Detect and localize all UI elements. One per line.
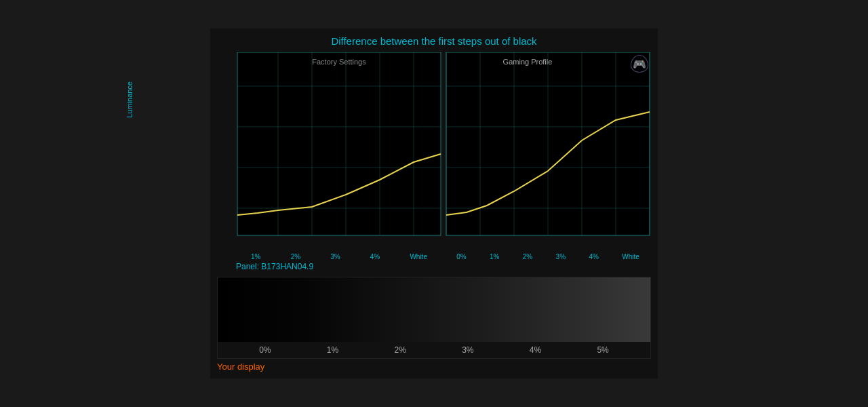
gaming-x-label-2: 2% [523,253,532,260]
panel-info: Panel: B173HAN04.9 [236,262,651,271]
bottom-label-3: 3% [462,345,473,355]
bottom-label-4: 4% [530,345,541,355]
factory-x-label-3: 3% [330,253,340,260]
bottom-label-0: 0% [259,345,271,355]
factory-label: Factory Settings [236,58,442,66]
y-axis-label: Luminance [125,81,134,118]
gaming-chart: Gaming Profile 🎮 [445,52,651,260]
factory-x-labels: 1% 2% 3% 4% White [236,253,442,260]
gaming-x-labels: 0% 1% 2% 3% 4% White [445,253,651,260]
your-display-label: Your display [217,362,651,372]
gaming-chart-svg [445,52,651,249]
gaming-label: Gaming Profile [445,58,610,66]
gaming-x-label-3: 3% [556,253,566,260]
factory-x-label-1: 1% [251,253,260,260]
gradient-display [218,277,650,342]
factory-x-label-white: White [410,253,427,260]
chart-title: Difference between the first steps out o… [217,35,651,47]
svg-rect-0 [237,52,441,235]
bottom-section: 0% 1% 2% 3% 4% 5% [217,277,651,359]
gaming-x-label-white: White [622,253,639,260]
gaming-x-label-1: 1% [490,253,499,260]
gaming-icon: 🎮 [631,55,648,73]
bottom-x-labels: 0% 1% 2% 3% 4% 5% [218,342,650,358]
bottom-label-5: 5% [597,345,608,355]
gaming-x-label-4: 4% [589,253,598,260]
factory-chart: Factory Settings 4‰ 3‰ 2‰ 1‰ [236,52,442,260]
factory-chart-svg: 4‰ 3‰ 2‰ 1‰ [236,52,442,249]
bottom-label-2: 2% [394,345,406,355]
factory-x-label-4: 4% [370,253,380,260]
gaming-x-label-0: 0% [456,253,466,260]
main-container: Difference between the first steps out o… [210,28,658,379]
factory-x-label-2: 2% [291,253,300,260]
bottom-label-1: 1% [327,345,338,355]
